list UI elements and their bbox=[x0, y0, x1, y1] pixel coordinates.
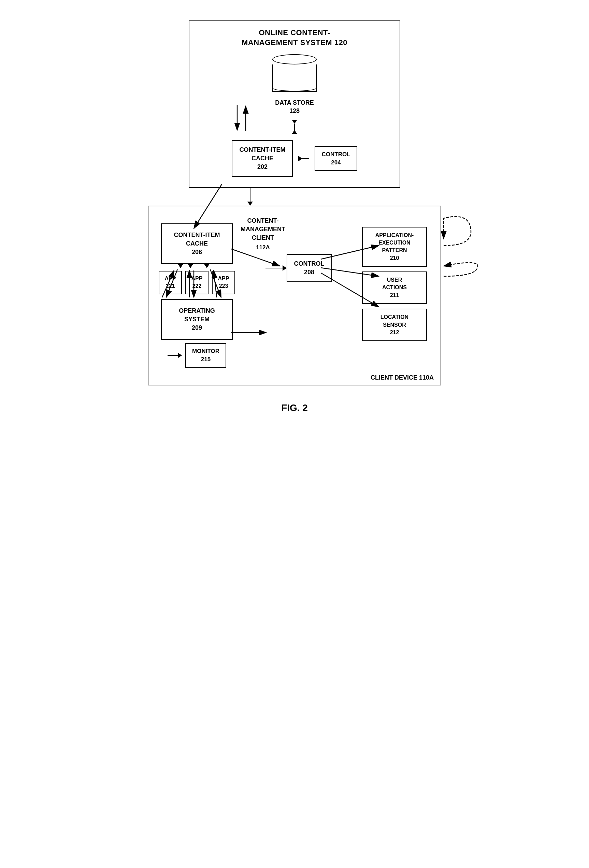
left-column: CONTENT-ITEM CACHE 206 bbox=[159, 223, 235, 368]
arrow-down-app2 bbox=[188, 264, 193, 268]
cache-control-h-arrow bbox=[265, 265, 287, 271]
arrow-line-v1 bbox=[294, 124, 295, 130]
right-column: APPLICATION- EXECUTION PATTERN 210 USER … bbox=[362, 227, 430, 368]
cache-to-control-row: CONTROL 208 bbox=[265, 254, 332, 282]
user-actions-box: USER ACTIONS 211 bbox=[362, 272, 427, 304]
ocms-title: ONLINE CONTENT- MANAGEMENT SYSTEM 120 bbox=[241, 28, 348, 47]
client-control-box: CONTROL 208 bbox=[287, 254, 332, 282]
ocms-cache-box: CONTENT-ITEM CACHE 202 bbox=[232, 140, 293, 177]
apps-row: APP 221 APP 222 APP 223 bbox=[159, 271, 235, 294]
os-monitor-arrow bbox=[167, 353, 182, 358]
cmc-title: CONTENT- MANAGEMENT CLIENT bbox=[241, 217, 285, 242]
client-inner-layout: CONTENT-ITEM CACHE 206 bbox=[159, 223, 430, 368]
ocms-box: ONLINE CONTENT- MANAGEMENT SYSTEM 120 DA… bbox=[189, 21, 400, 188]
monitor-box: MONITOR 215 bbox=[185, 343, 226, 368]
cmc-label-area: CONTENT- MANAGEMENT CLIENT 112A bbox=[241, 217, 285, 251]
ua-feedback-arrow bbox=[444, 263, 478, 276]
arrow-head-down-1 bbox=[292, 120, 297, 124]
db-top bbox=[272, 54, 317, 65]
datastore-cache-arrow bbox=[292, 120, 297, 134]
db-body bbox=[272, 65, 317, 92]
ocms-control-box: CONTROL 204 bbox=[315, 146, 357, 171]
cache-control-row: CONTENT-ITEM CACHE 202 CONTROL 204 bbox=[232, 140, 357, 177]
location-sensor-box: LOCATION SENSOR 212 bbox=[362, 309, 427, 341]
os-box: OPERATING SYSTEM 209 bbox=[161, 299, 233, 340]
connector-line-v bbox=[250, 188, 250, 202]
cache-control-arrow bbox=[298, 156, 309, 161]
cmc-id: 112A bbox=[241, 244, 285, 251]
datastore-cylinder bbox=[272, 54, 317, 92]
arrow-head-right-1 bbox=[298, 156, 302, 161]
app-221-box: APP 221 bbox=[159, 271, 182, 294]
arrow-h-line-1 bbox=[302, 158, 309, 159]
arrow-to-app3 bbox=[197, 264, 210, 268]
os-monitor-h-line bbox=[167, 355, 178, 356]
client-cache-box: CONTENT-ITEM CACHE 206 bbox=[161, 223, 233, 264]
app-223-box: APP 223 bbox=[212, 271, 235, 294]
monitor-section: MONITOR 215 bbox=[167, 343, 226, 368]
arrow-down-app3 bbox=[204, 264, 210, 268]
fig-label: FIG. 2 bbox=[281, 403, 308, 413]
arrow-head-up-1 bbox=[292, 130, 297, 134]
app-exec-pattern-box: APPLICATION- EXECUTION PATTERN 210 bbox=[362, 227, 427, 267]
aep-feedback-arrow bbox=[444, 217, 471, 245]
datastore-label: DATA STORE 128 bbox=[275, 99, 314, 115]
app-222-box: APP 222 bbox=[185, 271, 209, 294]
db-bottom-curve bbox=[272, 84, 317, 92]
os-monitor-arrow-head bbox=[178, 353, 182, 358]
c-c-arrow-right bbox=[283, 265, 287, 271]
arrow-to-app2 bbox=[188, 264, 193, 268]
arrow-down-app1 bbox=[178, 264, 183, 268]
arrow-head-down-main bbox=[247, 202, 253, 206]
client-device-label: CLIENT DEVICE 110A bbox=[371, 374, 434, 381]
client-device-box: CLIENT DEVICE 110A CONTENT- MANAGEMENT C… bbox=[148, 206, 441, 386]
c-c-h-line bbox=[265, 268, 283, 269]
cache-to-apps-arrows bbox=[184, 264, 210, 268]
